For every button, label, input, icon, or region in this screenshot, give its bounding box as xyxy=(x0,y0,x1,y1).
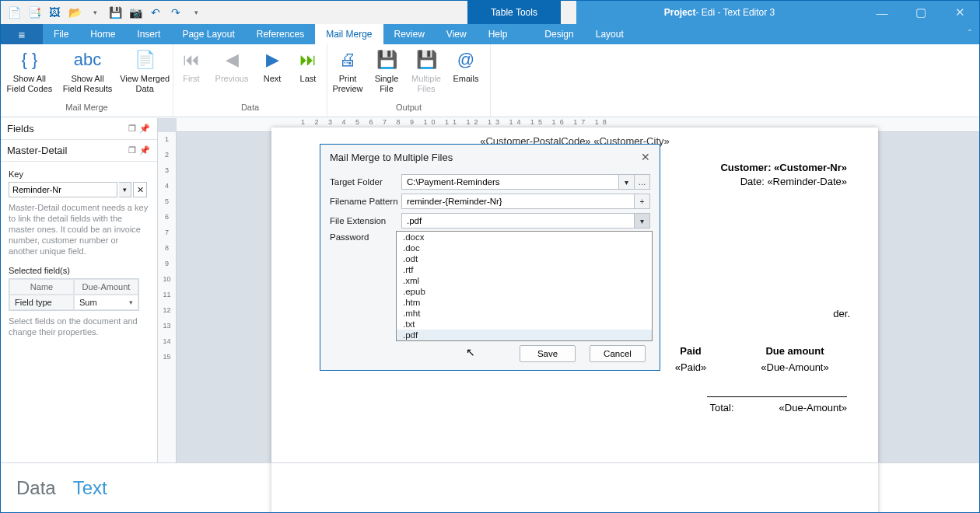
previous-icon: ◀ xyxy=(219,47,244,72)
file-extension-dropdown: .docx .doc .odt .rtf .xml .epub .htm .mh… xyxy=(396,231,653,341)
filename-pattern-add-button[interactable]: + xyxy=(635,194,650,209)
tab-file[interactable]: File xyxy=(43,24,79,44)
target-folder-input[interactable] xyxy=(401,174,619,190)
next-icon: ▶ xyxy=(260,47,285,72)
panel-dock-icon[interactable]: ❐ xyxy=(126,124,138,134)
last-icon: ⏭ xyxy=(296,47,320,72)
key-help-text: Master-Detail document needs a key to li… xyxy=(9,202,149,256)
ext-pdf[interactable]: .pdf xyxy=(397,330,652,340)
title-bar: 📄 📑 🖼 📂 ▾ 💾 📷 ↶ ↷ ▾ Table Tools Project … xyxy=(1,1,979,24)
selected-fields-help: Select fields on the document and change… xyxy=(9,316,149,337)
view-merged-data-button[interactable]: 📄View MergedData xyxy=(117,44,173,97)
order-text-tail: der. xyxy=(833,308,850,319)
ext-doc[interactable]: .doc xyxy=(397,243,652,253)
collapse-ribbon-icon[interactable]: ˆ xyxy=(968,29,971,40)
ribbon-tab-row: ≡ File Home Insert Page Layout Reference… xyxy=(1,24,979,44)
ribbon-group-data: ⏮First ◀Previous ▶Next ⏭Last Data xyxy=(173,44,327,117)
first-button: ⏮First xyxy=(173,44,209,87)
open-icon[interactable]: 📂 xyxy=(66,4,83,21)
new-doc-icon[interactable]: 📄 xyxy=(5,4,23,21)
tab-review[interactable]: Review xyxy=(383,24,436,44)
redo-icon[interactable]: ↷ xyxy=(167,4,184,21)
at-icon: @ xyxy=(453,47,478,72)
ext-odt[interactable]: .odt xyxy=(397,253,652,264)
ext-txt[interactable]: .txt xyxy=(397,319,652,330)
qat-dropdown-icon[interactable]: ▾ xyxy=(86,4,103,21)
ext-mht[interactable]: .mht xyxy=(397,308,652,319)
file-extension-input[interactable] xyxy=(401,213,635,229)
ext-xml[interactable]: .xml xyxy=(397,275,652,286)
document-icon: 📄 xyxy=(132,47,157,72)
panel-pin-icon-2[interactable]: 📌 xyxy=(138,145,151,155)
tab-view[interactable]: View xyxy=(436,24,478,44)
filename-pattern-label: Filename Pattern xyxy=(330,197,401,206)
app-title: Project - Edi - Text Editor 3 xyxy=(576,1,863,24)
bottom-tab-data[interactable]: Data xyxy=(16,477,56,499)
tab-mail-merge[interactable]: Mail Merge xyxy=(315,24,383,44)
presentation-icon[interactable]: 🖼 xyxy=(46,4,63,21)
minimize-button[interactable]: — xyxy=(863,1,901,24)
col-due-amount: Due-Amount xyxy=(74,279,138,295)
left-panel: Fields ❐ 📌 Master-Detail ❐ 📌 Key ▾ ✕ Mas… xyxy=(1,118,158,462)
print-preview-button[interactable]: 🖨PrintPreview xyxy=(327,44,368,97)
maximize-button[interactable]: ▢ xyxy=(901,1,940,24)
camera-icon[interactable]: 📷 xyxy=(127,4,144,21)
show-field-results-button[interactable]: abcShow AllField Results xyxy=(58,44,117,97)
cancel-button[interactable]: Cancel xyxy=(590,345,646,362)
target-folder-dropdown-icon[interactable]: ▾ xyxy=(619,174,635,190)
save-icon[interactable]: 💾 xyxy=(107,4,124,21)
tab-help[interactable]: Help xyxy=(478,24,519,44)
save-single-icon: 💾 xyxy=(374,47,399,72)
ext-htm[interactable]: .htm xyxy=(397,297,652,308)
tab-design[interactable]: Design xyxy=(534,24,584,44)
emails-button[interactable]: @Emails xyxy=(447,44,485,87)
multiple-files-button[interactable]: 💾MultipleFiles xyxy=(405,44,447,97)
last-button[interactable]: ⏭Last xyxy=(290,44,326,87)
show-field-codes-button[interactable]: { }Show AllField Codes xyxy=(1,44,58,97)
ext-docx[interactable]: .docx xyxy=(397,232,652,243)
qat-overflow-icon[interactable]: ▾ xyxy=(187,4,205,21)
file-extension-dropdown-icon[interactable]: ▾ xyxy=(635,213,650,229)
printer-icon: 🖨 xyxy=(335,47,360,72)
panel-pin-icon[interactable]: 📌 xyxy=(138,124,151,134)
bottom-tabs: Data Text xyxy=(1,462,979,512)
contextual-tab-title: Table Tools xyxy=(467,1,561,24)
file-tab[interactable]: ≡ xyxy=(1,24,43,44)
master-detail-header: Master-Detail ❐ 📌 xyxy=(1,140,157,162)
col-name: Name xyxy=(9,279,74,295)
hdr-due: Due amount xyxy=(743,345,847,357)
undo-icon[interactable]: ↶ xyxy=(147,4,164,21)
rich-doc-icon[interactable]: 📑 xyxy=(26,4,43,21)
dialog-title: Mail Merge to Multiple Files xyxy=(330,152,453,163)
ribbon-group-mailmerge: { }Show AllField Codes abcShow AllField … xyxy=(1,44,173,117)
ext-rtf[interactable]: .rtf xyxy=(397,264,652,275)
tab-page-layout[interactable]: Page Layout xyxy=(171,24,245,44)
abc-icon: abc xyxy=(75,47,100,72)
save-button[interactable]: Save xyxy=(520,345,576,362)
date-line: Date: «Reminder-Date» xyxy=(740,176,847,187)
row-field-type: Field type xyxy=(9,295,74,310)
key-input[interactable] xyxy=(9,182,117,197)
single-file-button[interactable]: 💾SingleFile xyxy=(368,44,405,97)
ext-epub[interactable]: .epub xyxy=(397,286,652,297)
tab-references[interactable]: References xyxy=(246,24,315,44)
dialog-close-icon[interactable]: ✕ xyxy=(641,151,650,163)
key-dropdown-icon[interactable]: ▾ xyxy=(119,182,131,197)
ribbon-group-output: 🖨PrintPreview 💾SingleFile 💾MultipleFiles… xyxy=(327,44,491,117)
row-sum[interactable]: Sum▾ xyxy=(74,295,138,310)
bottom-tab-text[interactable]: Text xyxy=(73,477,107,499)
tab-insert[interactable]: Insert xyxy=(126,24,171,44)
target-folder-browse-button[interactable]: … xyxy=(635,174,650,190)
vertical-ruler[interactable]: 123456789101112131415 xyxy=(158,132,177,462)
close-button[interactable]: ✕ xyxy=(940,1,979,24)
panel-dock-icon-2[interactable]: ❐ xyxy=(126,145,138,155)
master-detail-body: Key ▾ ✕ Master-Detail document needs a k… xyxy=(1,162,157,345)
next-button[interactable]: ▶Next xyxy=(254,44,290,87)
file-extension-label: File Extension xyxy=(330,216,401,225)
selected-fields-label: Selected field(s) xyxy=(9,266,149,275)
tab-layout[interactable]: Layout xyxy=(585,24,635,44)
key-clear-button[interactable]: ✕ xyxy=(133,182,147,197)
target-folder-label: Target Folder xyxy=(330,177,401,187)
tab-home[interactable]: Home xyxy=(79,24,126,44)
filename-pattern-input[interactable] xyxy=(401,194,635,209)
